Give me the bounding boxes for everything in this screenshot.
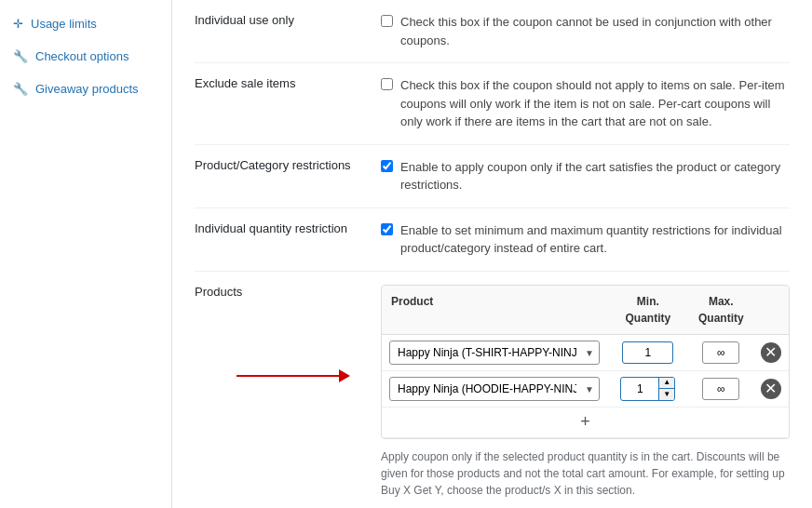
usage-limits-icon: ✛ xyxy=(13,17,23,31)
products-table: Product Min. Quantity Max. Quantity xyxy=(382,286,789,439)
individual-qty-label: Individual quantity restriction xyxy=(195,207,381,271)
max-qty-input-1[interactable] xyxy=(702,341,739,364)
individual-use-row: Individual use only Check this box if th… xyxy=(195,0,790,63)
giveaway-icon: 🔧 xyxy=(13,82,28,96)
individual-qty-description: Enable to set minimum and maximum quanti… xyxy=(400,221,790,258)
exclude-sale-row: Exclude sale items Check this box if the… xyxy=(195,63,790,145)
individual-qty-cell: Enable to set minimum and maximum quanti… xyxy=(381,207,790,271)
max-qty-cell-1 xyxy=(689,334,753,370)
exclude-sale-checkbox[interactable] xyxy=(381,78,393,90)
qty-spinners-2: ▲ ▼ xyxy=(658,378,674,400)
product-select-1[interactable]: Happy Ninja (T-SHIRT-HAPPY-NINJA) xyxy=(389,341,600,365)
add-product-button[interactable]: + xyxy=(580,413,590,430)
min-qty-cell-1 xyxy=(607,334,689,370)
exclude-sale-cell: Check this box if the coupon should not … xyxy=(381,63,790,145)
sidebar-item-giveaway-products[interactable]: 🔧 Giveaway products xyxy=(0,73,171,105)
remove-btn-1[interactable]: ✕ xyxy=(761,342,781,363)
qty-input-wrapper-2: ▲ ▼ xyxy=(620,377,675,401)
sidebar-item-label: Usage limits xyxy=(31,17,97,31)
form-table: Individual use only Check this box if th… xyxy=(195,0,790,508)
sidebar-item-usage-limits[interactable]: ✛ Usage limits xyxy=(0,7,171,40)
individual-use-cell: Check this box if the coupon cannot be u… xyxy=(381,0,790,63)
product-select-2[interactable]: Happy Ninja (HOODIE-HAPPY-NINJA) xyxy=(389,377,600,401)
add-product-row: + xyxy=(382,407,789,438)
remove-cell-1: ✕ xyxy=(753,334,789,370)
max-qty-col-header: Max. Quantity xyxy=(689,286,753,335)
product-select-cell-2: Happy Ninja (HOODIE-HAPPY-NINJA) ▼ xyxy=(382,370,607,407)
actions-col-header xyxy=(753,286,789,335)
sidebar-item-label: Checkout options xyxy=(35,49,129,63)
individual-use-checkbox[interactable] xyxy=(381,15,393,27)
individual-qty-checkbox[interactable] xyxy=(381,223,393,235)
sidebar: ✛ Usage limits 🔧 Checkout options 🔧 Give… xyxy=(0,0,172,508)
checkout-options-icon: 🔧 xyxy=(13,49,28,63)
max-qty-input-2[interactable] xyxy=(702,378,739,400)
min-qty-col-header: Min. Quantity xyxy=(607,286,689,335)
qty-spin-up-2[interactable]: ▲ xyxy=(659,378,674,389)
product-select-cell-1: Happy Ninja (T-SHIRT-HAPPY-NINJA) ▼ xyxy=(382,334,607,370)
products-cell: Product Min. Quantity Max. Quantity xyxy=(381,271,790,508)
individual-use-description: Check this box if the coupon cannot be u… xyxy=(400,13,790,49)
max-qty-cell-2 xyxy=(689,370,753,407)
main-content: Individual use only Check this box if th… xyxy=(172,0,812,508)
products-description: Apply coupon only if the selected produc… xyxy=(381,448,790,499)
min-qty-cell-2: ▲ ▼ xyxy=(607,370,689,407)
exclude-sale-description: Check this box if the coupon should not … xyxy=(400,76,790,131)
product-category-description: Enable to apply coupon only if the cart … xyxy=(400,158,790,194)
remove-cell-2: ✕ xyxy=(753,370,789,407)
individual-qty-row: Individual quantity restriction Enable t… xyxy=(195,207,790,271)
product-col-header: Product xyxy=(382,286,607,335)
exclude-sale-label: Exclude sale items xyxy=(195,63,381,145)
product-category-cell: Enable to apply coupon only if the cart … xyxy=(381,144,790,207)
individual-use-label: Individual use only xyxy=(195,0,381,63)
qty-spin-down-2[interactable]: ▼ xyxy=(659,389,674,400)
product-row-1: Happy Ninja (T-SHIRT-HAPPY-NINJA) ▼ xyxy=(382,334,789,370)
products-row: Products Product xyxy=(195,271,790,508)
products-label: Products xyxy=(195,271,381,508)
product-row-2: Happy Ninja (HOODIE-HAPPY-NINJA) ▼ xyxy=(382,370,789,407)
sidebar-item-label: Giveaway products xyxy=(35,82,139,96)
product-category-row: Product/Category restrictions Enable to … xyxy=(195,144,790,207)
product-category-label: Product/Category restrictions xyxy=(195,144,381,207)
sidebar-item-checkout-options[interactable]: 🔧 Checkout options xyxy=(0,40,171,73)
products-table-wrapper: Product Min. Quantity Max. Quantity xyxy=(381,285,790,440)
product-category-checkbox[interactable] xyxy=(381,160,393,172)
remove-btn-2[interactable]: ✕ xyxy=(761,379,781,399)
min-qty-input-2[interactable] xyxy=(621,379,658,399)
min-qty-input-1[interactable] xyxy=(622,341,673,364)
add-product-cell: + xyxy=(382,407,789,438)
